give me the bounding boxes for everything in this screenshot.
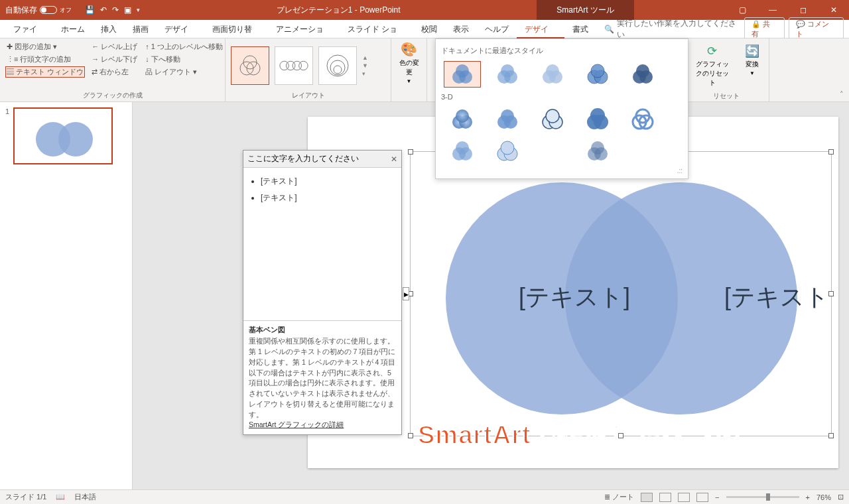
layout-button[interactable]: 品 レイアウト ▾	[144, 66, 224, 78]
reset-icon: ⟳	[707, 44, 717, 58]
sorter-view-button[interactable]	[659, 493, 671, 502]
normal-view-button[interactable]	[641, 493, 653, 502]
svg-point-24	[636, 64, 649, 78]
svg-point-30	[501, 109, 514, 123]
gallery-resize-handle[interactable]: .::	[440, 167, 684, 174]
share-button[interactable]: 🔒 共有	[744, 17, 785, 41]
gallery-header-best: ドキュメントに最適なスタイル	[440, 43, 684, 58]
tab-review[interactable]: 校閲	[413, 20, 445, 38]
autosave-toggle[interactable]: 自動保存 オフ	[5, 5, 72, 16]
tab-design[interactable]: デザイン	[157, 20, 204, 38]
layout-gallery-more-icon[interactable]: ▾	[362, 70, 368, 77]
text-pane-item-1[interactable]: [テキスト]	[261, 173, 395, 190]
group-label-reset: リセット	[688, 90, 763, 101]
move-up-button[interactable]: ↑ 1 つ上のレベルへ移動	[144, 41, 224, 52]
notes-button[interactable]: ≣ ノート	[604, 492, 634, 502]
tab-smartart-format[interactable]: 書式	[564, 20, 596, 38]
tab-help[interactable]: ヘルプ	[477, 20, 517, 38]
zoom-level[interactable]: 76%	[816, 493, 831, 501]
text-pane-item-2[interactable]: [テキスト]	[261, 190, 395, 206]
layout-option-2[interactable]	[275, 46, 313, 85]
fit-to-window-button[interactable]: ⊡	[838, 493, 844, 501]
svg-point-21	[591, 64, 604, 78]
slide-thumbnail-1[interactable]: 1	[5, 107, 127, 164]
convert-button[interactable]: 🔄 変換 ▼	[741, 41, 763, 90]
zoom-in-button[interactable]: +	[806, 493, 810, 501]
palette-icon: 🎨	[401, 41, 417, 57]
venn-right-label[interactable]: [テキスト]	[724, 283, 824, 310]
svg-point-50	[58, 122, 93, 157]
svg-point-15	[501, 64, 514, 78]
style-thumb-3d-3[interactable]	[534, 106, 571, 133]
rtl-button[interactable]: ⇄ 右から左	[90, 66, 139, 78]
slide-caption: SmartArtで作成したベン図	[418, 418, 742, 452]
svg-point-18	[546, 64, 559, 78]
style-thumb-3[interactable]	[534, 61, 571, 88]
svg-point-48	[591, 141, 604, 155]
reading-view-button[interactable]	[678, 493, 690, 502]
style-thumb-3d-1[interactable]	[444, 106, 481, 133]
svg-point-12	[456, 64, 469, 78]
change-colors-button[interactable]: 🎨 色の変更 ▼	[397, 41, 421, 99]
style-thumb-5[interactable]	[624, 61, 661, 88]
style-thumb-3d-8[interactable]	[534, 138, 571, 164]
add-bullet-button[interactable]: ⋮≡ 行頭文字の追加	[5, 54, 85, 65]
status-bar: スライド 1/1 📖 日本語 ≣ ノート − + 76% ⊡	[0, 489, 849, 504]
tell-me-search[interactable]: 🔍 実行したい作業を入力してください	[604, 18, 744, 40]
layout-option-1[interactable]	[231, 46, 269, 85]
tab-insert[interactable]: 挿入	[93, 20, 125, 38]
layout-gallery-up-icon[interactable]: ▲	[362, 54, 368, 61]
demote-button[interactable]: → レベル下げ	[90, 54, 139, 65]
reset-graphic-button[interactable]: ⟳ グラフィックのリセット	[688, 41, 736, 90]
spellcheck-icon[interactable]: 📖	[56, 493, 65, 501]
status-slide-number[interactable]: スライド 1/1	[5, 492, 46, 502]
venn-diagram[interactable]: [テキスト] [テキスト]	[419, 166, 824, 431]
text-pane-button[interactable]: ▤ テキスト ウィンドウ	[5, 66, 85, 78]
undo-icon[interactable]: ↶	[100, 5, 107, 15]
style-thumb-3d-2[interactable]	[489, 106, 526, 133]
window-title: プレゼンテーション1 - PowerPoint	[140, 5, 537, 16]
collapse-ribbon-icon[interactable]: ˄	[834, 88, 849, 101]
status-language[interactable]: 日本語	[74, 492, 96, 502]
redo-icon[interactable]: ↷	[112, 5, 119, 15]
layout-option-3[interactable]	[318, 46, 357, 85]
tab-animations[interactable]: アニメーション	[268, 20, 340, 38]
ribbon: ✚ 図形の追加 ▾ ⋮≡ 行頭文字の追加 ▤ テキスト ウィンドウ ← レベル上…	[0, 38, 849, 102]
style-thumb-2[interactable]	[489, 61, 526, 88]
style-thumb-3d-5[interactable]	[624, 106, 661, 133]
style-thumb-3d-4[interactable]	[579, 106, 616, 133]
textpane-toggle-tab[interactable]: ▶	[403, 287, 409, 300]
tab-home[interactable]: ホーム	[53, 20, 93, 38]
text-pane-title: ここに文字を入力してください	[247, 153, 359, 164]
promote-button[interactable]: ← レベル上げ	[90, 41, 139, 52]
contextual-tab-title: SmartArt ツール	[537, 0, 634, 20]
tab-smartart-design[interactable]: デザイン	[517, 20, 564, 38]
move-down-button[interactable]: ↓ 下へ移動	[144, 54, 224, 65]
save-icon[interactable]: 💾	[85, 5, 95, 15]
text-pane-close-icon[interactable]: ✕	[391, 155, 397, 164]
text-pane-info-body: 重複関係や相互関係を示すのに使用します。第 1 レベルのテキストの初めの 7 項…	[249, 336, 396, 420]
zoom-slider[interactable]	[726, 496, 799, 498]
style-thumb-1[interactable]	[444, 61, 481, 88]
slideshow-view-button[interactable]	[696, 493, 708, 502]
slide-thumbnails-pane[interactable]: 1	[0, 102, 133, 489]
tab-file[interactable]: ファイル	[5, 20, 53, 38]
layout-gallery-down-icon[interactable]: ▼	[362, 62, 368, 69]
svg-point-6	[299, 61, 308, 70]
comments-button[interactable]: 💬 コメント	[789, 17, 844, 41]
style-thumb-3d-6[interactable]	[444, 138, 481, 164]
zoom-out-button[interactable]: −	[715, 493, 719, 501]
gallery-header-3d: 3-D	[440, 90, 684, 103]
style-thumb-4[interactable]	[579, 61, 616, 88]
text-pane-info-link[interactable]: SmartArt グラフィックの詳細	[249, 420, 344, 428]
venn-left-label[interactable]: [テキスト]	[519, 283, 630, 310]
tab-draw[interactable]: 描画	[125, 20, 157, 38]
from-beginning-icon[interactable]: ▣	[124, 5, 131, 15]
text-pane[interactable]: ここに文字を入力してください ✕ [テキスト] [テキスト] 基本ベン図 重複関…	[243, 150, 402, 435]
tab-view[interactable]: 表示	[445, 20, 477, 38]
tab-transitions[interactable]: 画面切り替え	[204, 20, 268, 38]
style-thumb-3d-9[interactable]	[579, 138, 616, 164]
style-thumb-3d-7[interactable]	[489, 138, 526, 164]
tab-slideshow[interactable]: スライド ショー	[340, 20, 413, 38]
add-shape-button[interactable]: ✚ 図形の追加 ▾	[5, 41, 85, 52]
